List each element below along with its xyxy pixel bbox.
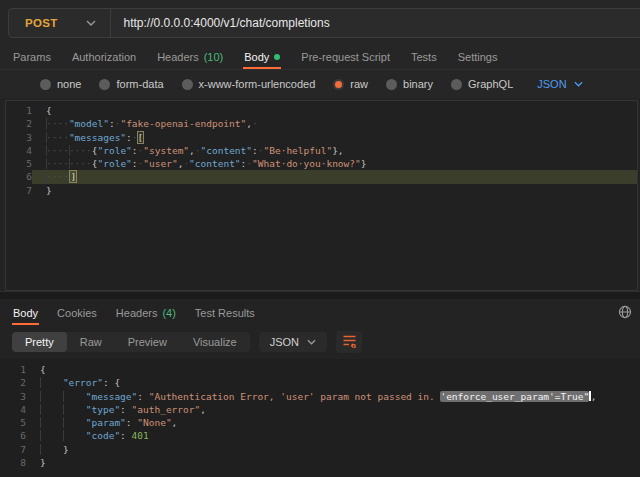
response-tabs: BodyCookiesHeaders(4)Test Results [0,299,640,325]
line-content: } [26,456,640,469]
code-token: 'enforce_user_param'=True" [440,391,589,402]
line-number: 1 [6,104,32,117]
body-mode-x-www-form-urlencoded[interactable]: x-www-form-urlencoded [182,78,316,90]
line-number: 6 [0,429,26,442]
tab-authorization[interactable]: Authorization [71,47,137,69]
code-token: ···· [46,158,69,169]
view-pretty[interactable]: Pretty [12,332,67,352]
body-mode-label: GraphQL [468,78,513,90]
code-token: "Be·helpful" [264,145,333,156]
line-number: 5 [6,157,32,170]
line-number: 1 [0,363,26,376]
pane-splitter[interactable] [0,291,640,299]
globe-icon[interactable] [618,305,632,321]
method-dropdown[interactable]: POST [9,9,110,37]
response-language-label: JSON [270,336,299,348]
response-view-switcher: PrettyRawPreviewVisualize [12,332,250,352]
code-line: 4 "type": "auth_error", [0,403,640,416]
tab-count-badge: (10) [204,51,224,63]
tab-label: Body [13,307,38,319]
line-number: 4 [6,144,32,157]
response-language-dropdown[interactable]: JSON [259,332,327,352]
code-token: · [252,118,258,129]
code-token: "Authentication Error, 'user' param not … [149,391,441,402]
wrap-text-icon [342,334,357,350]
code-token: "system" [143,145,189,156]
code-token: : [126,417,137,428]
code-token: : [120,430,131,441]
code-token: { [46,105,52,116]
code-token: , [172,417,178,428]
request-url-row: POST http://0.0.0.0:4000/v1/chat/complet… [0,0,640,46]
api-client-window: POST http://0.0.0.0:4000/v1/chat/complet… [0,0,640,477]
line-content: "message": "Authentication Error, 'user'… [26,390,640,403]
code-token: "user" [143,158,177,169]
tab-label: Headers [116,307,158,319]
code-token: : { [103,377,120,388]
code-token: } [40,457,46,468]
radio-icon [182,79,193,90]
code-token [63,391,86,402]
code-token: }, [332,145,343,156]
radio-icon [333,79,344,90]
code-line: 1{ [6,104,637,117]
line-number: 6 [6,170,32,183]
code-line: 2····"model":·"fake-openai-endpoint",· [6,117,637,130]
tab-params[interactable]: Params [12,47,52,69]
code-token: : [120,404,131,415]
request-body-editor[interactable]: 1{2····"model":·"fake-openai-endpoint",·… [5,100,638,291]
code-token: ···· [46,145,69,156]
code-token [40,377,63,388]
line-content: } [26,443,640,456]
code-line: 1{ [0,363,640,376]
line-content: "code": 401 [26,429,640,442]
view-preview[interactable]: Preview [115,332,180,352]
body-mode-raw[interactable]: raw [333,78,368,90]
tab-headers[interactable]: Headers(10) [156,47,224,69]
line-number: 4 [0,403,26,416]
code-line: 6····] [6,170,637,183]
response-tabs-right [618,305,632,321]
code-token: 401 [132,430,149,441]
tab-label: Headers [157,51,199,63]
code-line: 3····"messages":·[ [6,131,637,144]
response-body-editor: 1{2 "error": {3 "message": "Authenticati… [0,359,640,477]
code-token: , [200,404,206,415]
view-visualize[interactable]: Visualize [180,332,250,352]
line-content: "type": "auth_error", [26,403,640,416]
tab-body[interactable]: Body [243,47,281,69]
body-mode-graphql[interactable]: GraphQL [451,78,513,90]
body-mode-row: noneform-datax-www-form-urlencodedrawbin… [0,70,640,98]
code-token: "content" [189,158,240,169]
body-mode-none[interactable]: none [40,78,81,90]
body-mode-form-data[interactable]: form-data [99,78,163,90]
tab-settings[interactable]: Settings [457,47,499,69]
tab-pre-request-script[interactable]: Pre-request Script [300,47,391,69]
line-content: } [32,184,637,197]
radio-icon [451,79,462,90]
response-tab-body[interactable]: Body [12,303,39,325]
code-token: [ [137,131,145,144]
code-token: "role" [98,158,132,169]
line-content: { [32,104,637,117]
code-token: ···· [46,132,69,143]
response-tab-cookies[interactable]: Cookies [56,303,98,325]
method-label: POST [25,17,58,29]
code-token: "fake-openai-endpoint" [120,118,246,129]
radio-icon [386,79,397,90]
code-token: } [361,158,367,169]
response-tab-headers[interactable]: Headers(4) [115,303,177,325]
response-tab-test-results[interactable]: Test Results [194,303,256,325]
tab-tests[interactable]: Tests [410,47,438,69]
request-language-dropdown[interactable]: JSON [537,78,582,90]
unsaved-dot [274,54,280,60]
body-mode-binary[interactable]: binary [386,78,433,90]
code-token: } [63,444,69,455]
view-raw[interactable]: Raw [67,332,115,352]
chevron-down-icon [307,339,316,345]
body-mode-label: binary [403,78,433,90]
wrap-text-button[interactable] [336,331,362,353]
code-token [63,417,86,428]
code-token [40,404,63,415]
url-input[interactable]: http://0.0.0.0:4000/v1/chat/completions [111,9,330,37]
